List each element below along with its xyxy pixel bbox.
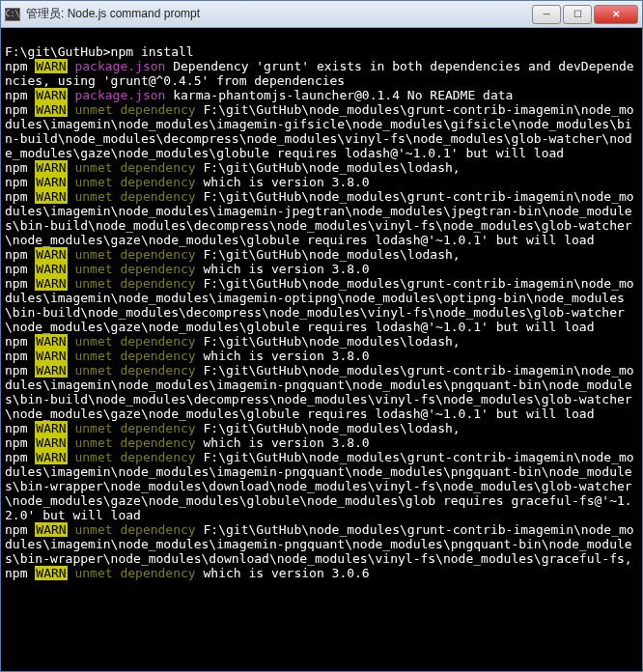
command-prompt-window: C:\ 管理员: Node.js command prompt F:\git\G…: [0, 0, 643, 672]
log-line: npm WARN unmet dependency F:\git\GutHub\…: [5, 450, 638, 522]
log-line: npm WARN unmet dependency F:\git\GutHub\…: [5, 276, 638, 334]
log-line: npm WARN unmet dependency F:\git\GutHub\…: [5, 421, 638, 435]
log-line: npm WARN unmet dependency which is versi…: [5, 262, 638, 276]
log-line: npm WARN unmet dependency which is versi…: [5, 435, 638, 450]
log-line: npm WARN package.json Dependency 'grunt'…: [5, 59, 638, 88]
titlebar[interactable]: C:\ 管理员: Node.js command prompt: [1, 1, 642, 28]
log-line: npm WARN unmet dependency F:\git\GutHub\…: [5, 363, 638, 421]
log-line: npm WARN unmet dependency F:\git\GutHub\…: [5, 334, 638, 349]
close-button[interactable]: [594, 5, 638, 24]
log-line: npm WARN unmet dependency F:\git\GutHub\…: [5, 160, 638, 175]
window-title: 管理员: Node.js command prompt: [26, 6, 532, 22]
log-line: npm WARN unmet dependency which is versi…: [5, 175, 638, 189]
log-line: npm WARN unmet dependency which is versi…: [5, 349, 638, 363]
log-line: npm WARN unmet dependency which is versi…: [5, 566, 638, 580]
log-line: npm WARN unmet dependency F:\git\GutHub\…: [5, 102, 638, 160]
log-line: npm WARN package.json karma-phantomjs-la…: [5, 88, 638, 102]
prompt-line: F:\git\GutHub>npm install: [5, 44, 638, 59]
log-line: npm WARN unmet dependency F:\git\GutHub\…: [5, 522, 638, 566]
cmd-icon: C:\: [5, 8, 20, 21]
maximize-button[interactable]: [563, 5, 592, 24]
log-line: npm WARN unmet dependency F:\git\GutHub\…: [5, 189, 638, 247]
terminal-output[interactable]: F:\git\GutHub>npm installnpm WARN packag…: [1, 28, 642, 671]
minimize-button[interactable]: [532, 5, 561, 24]
log-line: npm WARN unmet dependency F:\git\GutHub\…: [5, 247, 638, 262]
window-controls: [532, 5, 638, 24]
